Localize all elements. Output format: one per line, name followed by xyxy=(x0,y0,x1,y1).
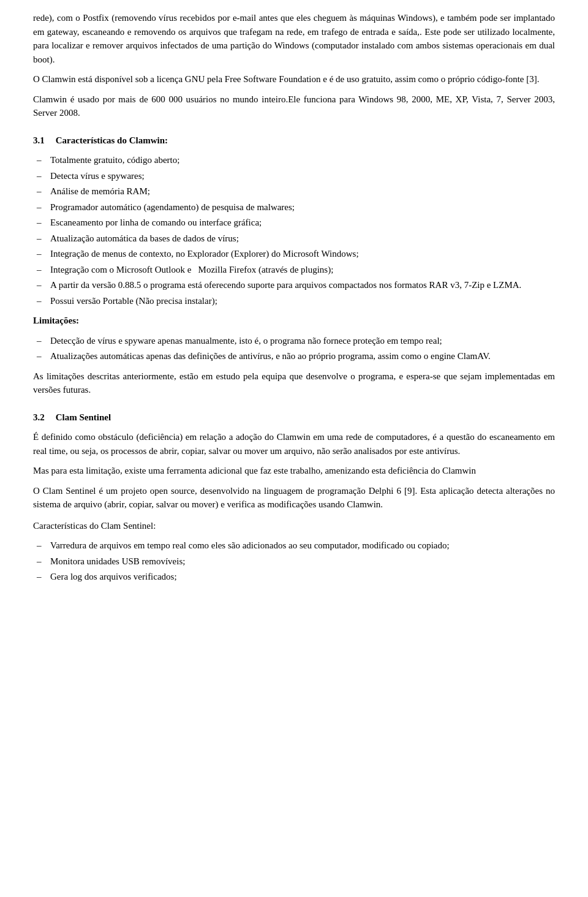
list-item: Integração com o Microsoft Outlook e Moz… xyxy=(33,263,555,277)
section-3-2-para-1: É definido como obstáculo (deficiência) … xyxy=(33,430,555,458)
section-3-1-number: 3.1 xyxy=(33,134,45,148)
list-item: Programador automático (agendamento) de … xyxy=(33,200,555,214)
section-3-2-para-3: O Clam Sentinel é um projeto open source… xyxy=(33,484,555,512)
clam-sentinel-characteristics-label: Características do Clam Sentinel: xyxy=(33,519,555,533)
list-item: Atualizações automáticas apenas das defi… xyxy=(33,349,555,363)
list-item: Possui versão Portable (Não precisa inst… xyxy=(33,294,555,308)
list-item: Totalmente gratuito, código aberto; xyxy=(33,153,555,167)
list-item: A partir da versão 0.88.5 o programa est… xyxy=(33,278,555,292)
page-content: rede), com o Postfix (removendo vírus re… xyxy=(33,11,555,584)
section-3-1-title: Características do Clamwin: xyxy=(56,134,168,148)
intro-paragraph: rede), com o Postfix (removendo vírus re… xyxy=(33,11,555,66)
section-3-1-list: Totalmente gratuito, código aberto; Dete… xyxy=(33,153,555,308)
list-item: Detecção de vírus e spyware apenas manua… xyxy=(33,334,555,348)
list-item: Gera log dos arquivos verificados; xyxy=(33,570,555,584)
section-3-2-heading: 3.2 Clam Sentinel xyxy=(33,411,555,425)
list-item: Atualização automática da bases de dados… xyxy=(33,232,555,246)
limitations-label: Limitações: xyxy=(33,316,79,325)
section-3-2-number: 3.2 xyxy=(33,411,45,425)
gnu-paragraph: O Clamwin está disponível sob a licença … xyxy=(33,72,555,86)
list-item: Análise de memória RAM; xyxy=(33,184,555,199)
section-3-2-para-2: Mas para esta limitação, existe uma ferr… xyxy=(33,464,555,478)
clam-sentinel-list: Varredura de arquivos em tempo real como… xyxy=(33,539,555,584)
limitations-section: Limitações: Detecção de vírus e spyware … xyxy=(33,314,555,363)
list-item: Monitora unidades USB removíveis; xyxy=(33,554,555,569)
list-item: Varredura de arquivos em tempo real como… xyxy=(33,539,555,553)
list-item: Integração de menus de contexto, no Expl… xyxy=(33,247,555,261)
section-3-2-title: Clam Sentinel xyxy=(56,411,111,425)
list-item: Detecta vírus e spywares; xyxy=(33,169,555,183)
limitations-followup: As limitações descritas anteriormente, e… xyxy=(33,369,555,397)
limitations-list: Detecção de vírus e spyware apenas manua… xyxy=(33,334,555,363)
list-item: Escaneamento por linha de comando ou int… xyxy=(33,216,555,230)
section-3-1-heading: 3.1 Características do Clamwin: xyxy=(33,134,555,148)
users-paragraph: Clamwin é usado por mais de 600 000 usuá… xyxy=(33,93,555,120)
limitations-label-paragraph: Limitações: xyxy=(33,314,555,328)
